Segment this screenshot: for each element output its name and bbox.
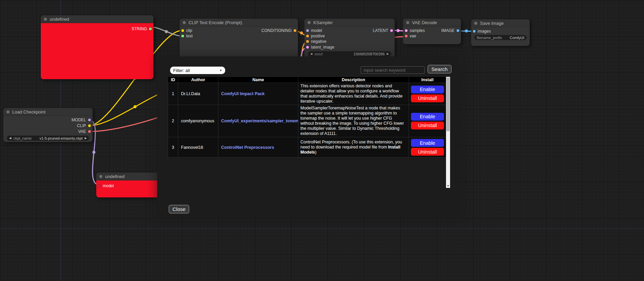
header-author: Author (178, 77, 218, 83)
node-header[interactable]: undefined (41, 15, 153, 23)
node-header[interactable]: KSampler (304, 19, 395, 27)
close-button[interactable]: Close (169, 205, 189, 213)
input-slot-images[interactable]: images (471, 29, 491, 34)
node-vae-decode[interactable]: VAE Decode samples IMAGE vae (403, 19, 461, 44)
slot-dot-conditioning[interactable] (294, 29, 296, 32)
slot-dot-model[interactable] (88, 119, 91, 121)
slot-dot-image[interactable] (457, 29, 459, 32)
node-undefined-string[interactable]: undefined STRING (41, 15, 153, 79)
input-slot-model[interactable]: model (96, 183, 114, 189)
header-description: Description (298, 77, 409, 83)
slot-label: STRING (132, 27, 147, 31)
input-slot-clip[interactable]: clip (180, 28, 192, 33)
collapse-dot[interactable] (183, 21, 186, 24)
input-slot-vae[interactable]: vae (403, 33, 416, 39)
slot-dot-clip[interactable] (88, 124, 91, 127)
filter-select[interactable]: Filter: all ▼ (170, 67, 225, 74)
slot-dot-string[interactable] (181, 35, 184, 37)
ckpt-name-widget[interactable]: ◀ ckpt_name v1-5-pruned-emaonly.ckpt ▶ (7, 136, 89, 141)
collapse-dot[interactable] (406, 21, 409, 24)
filter-select-value: Filter: all (173, 68, 190, 73)
uninstall-button[interactable]: Uninstall (411, 94, 444, 102)
scrollbar-thumb[interactable] (446, 77, 450, 131)
enable-button[interactable]: Enable (411, 113, 444, 121)
slot-dot-latent[interactable] (306, 46, 309, 49)
filename-prefix-widget[interactable]: filename_prefix ComfyUI (474, 35, 527, 40)
collapse-dot[interactable] (44, 18, 47, 21)
slot-label: LATENT (373, 28, 388, 33)
widget-increment-icon[interactable]: ▶ (387, 53, 389, 55)
input-slot-model[interactable]: model (304, 28, 322, 33)
widget-increment-icon[interactable]: ▶ (85, 137, 87, 140)
node-header[interactable]: Save Image (471, 19, 530, 27)
custom-nodes-manager-dialog: Filter: all ▼ Search ID Author Name Desc… (157, 56, 459, 217)
table-row: 1 Dr.Lt.Data ComfyUI Impact Pack This ex… (168, 83, 446, 105)
node-header[interactable]: VAE Decode (403, 19, 461, 27)
collapse-dot[interactable] (308, 21, 311, 24)
link-midpoint-dot (165, 30, 168, 33)
output-slot-image[interactable]: IMAGE (441, 28, 461, 33)
input-slot-positive[interactable]: positive (304, 33, 325, 39)
slot-dot-model[interactable] (306, 29, 309, 32)
row-author: Fannovel16 (178, 137, 218, 158)
node-title: undefined (50, 17, 69, 22)
seed-widget[interactable]: ◀ seed 156680208700286 ▶ (308, 51, 391, 56)
extension-link[interactable]: ControlNet Preprocessors (221, 145, 274, 150)
uninstall-button[interactable]: Uninstall (411, 148, 444, 156)
widget-value: ComfyUI (510, 36, 524, 40)
search-button[interactable]: Search (428, 65, 451, 73)
slot-dot-model[interactable] (98, 185, 101, 187)
extension-link[interactable]: ComfyUI_experiments/sampler_tonemap (221, 119, 298, 123)
enable-button[interactable]: Enable (411, 139, 444, 147)
table-row: 2 comfyanonymous ComfyUI_experiments/sam… (168, 105, 446, 137)
collapse-dot[interactable] (474, 22, 477, 25)
widget-decrement-icon[interactable]: ◀ (310, 53, 312, 55)
enable-button[interactable]: Enable (411, 86, 444, 93)
input-slot-negative[interactable]: negative (304, 39, 326, 44)
input-slot-latent-image[interactable]: latent_image (304, 45, 334, 50)
header-install: Install (409, 77, 446, 83)
chevron-down-icon: ▼ (219, 69, 222, 72)
extensions-table: ID Author Name Description Install 1 Dr.… (168, 76, 446, 158)
slot-dot-conditioning[interactable] (306, 35, 309, 37)
output-slot-latent[interactable]: LATENT (373, 28, 395, 33)
slot-dot-string[interactable] (149, 28, 152, 30)
slot-dot-image[interactable] (473, 30, 476, 33)
output-slot-conditioning[interactable]: CONDITIONING (261, 28, 298, 33)
slot-dot-clip[interactable] (181, 29, 184, 32)
uninstall-button[interactable]: Uninstall (411, 122, 444, 129)
widget-value: 156680208700286 (353, 52, 385, 56)
input-slot-text[interactable]: text (180, 33, 193, 39)
row-description: This extension offers various detector n… (298, 83, 409, 105)
widget-decrement-icon[interactable]: ◀ (9, 137, 11, 140)
slot-dot-vae[interactable] (88, 130, 91, 133)
output-slot-vae[interactable]: VAE (78, 129, 93, 134)
search-input[interactable] (361, 66, 425, 74)
node-header[interactable]: CLIP Text Encode (Prompt) (180, 19, 298, 27)
table-row: 3 Fannovel16 ControlNet Preprocessors Co… (168, 137, 446, 158)
node-load-checkpoint[interactable]: Load Checkpoint MODEL CLIP VAE ◀ ckpt_na… (3, 108, 93, 142)
widget-name: filename_prefix (477, 36, 502, 40)
header-id: ID (168, 77, 178, 83)
extension-link[interactable]: ComfyUI Impact Pack (221, 91, 265, 96)
output-slot-string[interactable]: STRING (132, 26, 153, 32)
node-header[interactable]: Load Checkpoint (3, 108, 93, 116)
node-save-image[interactable]: Save Image images filename_prefix ComfyU… (471, 19, 530, 46)
table-scrollbar[interactable]: ▼ (446, 77, 450, 188)
input-slot-samples[interactable]: samples (403, 28, 425, 33)
slot-dot-vae[interactable] (405, 35, 408, 37)
slot-dot-latent[interactable] (405, 29, 408, 32)
output-slot-model[interactable]: MODEL (71, 117, 93, 123)
slot-dot-conditioning[interactable] (306, 40, 309, 43)
row-description: ControlNet Preprocessors. (To use this e… (298, 137, 409, 158)
slot-label: text (186, 34, 193, 38)
row-author: comfyanonymous (178, 105, 218, 137)
node-body: model LATENT positive negative latent_im… (304, 27, 395, 56)
scrollbar-down-arrow-icon[interactable]: ▼ (446, 183, 450, 188)
output-slot-clip[interactable]: CLIP (77, 123, 93, 128)
collapse-dot[interactable] (99, 175, 102, 178)
slot-dot-latent[interactable] (390, 29, 393, 32)
slot-label: MODEL (71, 118, 86, 122)
row-id: 2 (168, 105, 178, 137)
collapse-dot[interactable] (6, 110, 10, 113)
